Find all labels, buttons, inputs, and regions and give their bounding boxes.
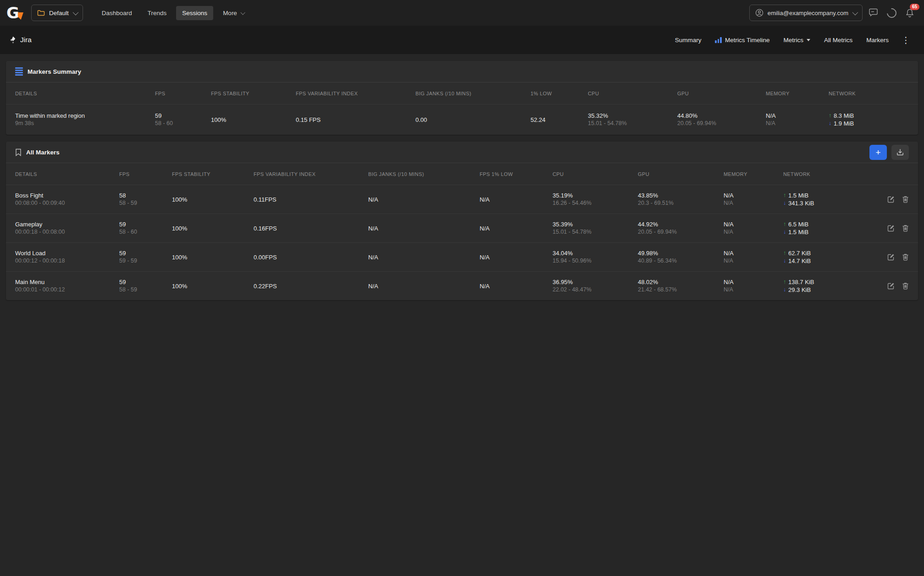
delete-marker-button[interactable] [902, 196, 909, 203]
upload-arrow-icon: ↑ [783, 278, 786, 286]
nav-more[interactable]: More [217, 6, 250, 20]
nav-sessions[interactable]: Sessions [176, 6, 213, 20]
marker-name: Main Menu [15, 278, 119, 286]
session-title-label: Jira [20, 36, 32, 44]
marker-name: Boss Fight [15, 192, 119, 199]
download-icon [896, 148, 904, 156]
summary-table-row: Time within marked region 9m 38s 59 58 -… [6, 104, 918, 135]
marker-name: World Load [15, 249, 119, 257]
all-markers-title: All Markers [26, 149, 60, 156]
marker-time-range: 00:08:00 - 00:09:40 [15, 199, 119, 207]
tab-metrics-timeline[interactable]: Metrics Timeline [709, 33, 775, 47]
edit-marker-button[interactable] [887, 225, 895, 232]
tab-markers[interactable]: Markers [861, 33, 894, 47]
folder-icon [37, 10, 45, 16]
gamebench-logo[interactable]: G [6, 4, 25, 22]
edit-marker-button[interactable] [887, 282, 895, 290]
tab-all-metrics[interactable]: All Metrics [819, 33, 858, 47]
delete-marker-button[interactable] [902, 225, 909, 232]
session-title: Jira [9, 36, 32, 44]
delete-marker-button[interactable] [902, 282, 909, 290]
marker-row: Main Menu 00:00:01 - 00:00:12 5958 - 59 … [6, 271, 918, 300]
edit-marker-button[interactable] [887, 253, 895, 261]
upload-arrow-icon: ↑ [783, 220, 786, 228]
summary-list-icon [15, 67, 23, 76]
session-nav: Summary Metrics Timeline Metrics All Met… [669, 33, 915, 47]
notifications-button[interactable]: 65 [902, 5, 918, 21]
add-marker-button[interactable]: + [869, 145, 887, 160]
summary-duration: 9m 38s [15, 120, 155, 127]
delete-marker-button[interactable] [902, 253, 909, 261]
markers-summary-card: Markers Summary Details FPS FPS Stabilit… [6, 61, 918, 135]
download-arrow-icon: ↓ [783, 286, 786, 294]
spinner-icon [885, 6, 898, 20]
chat-bubble-icon [869, 8, 878, 17]
user-email: emilia@examplecompany.com [768, 10, 848, 16]
marker-row: Boss Fight 00:08:00 - 00:09:40 5858 - 59… [6, 185, 918, 214]
notification-badge: 65 [910, 4, 919, 10]
all-markers-card: All Markers + Details FPS FPS Stability … [6, 142, 918, 300]
download-arrow-icon: ↓ [783, 199, 786, 207]
overflow-menu-button[interactable]: ⋮ [897, 33, 915, 47]
marker-time-range: 00:00:01 - 00:00:12 [15, 286, 119, 294]
markers-summary-title: Markers Summary [28, 68, 81, 75]
download-arrow-icon: ↓ [829, 120, 831, 127]
caret-down-icon [807, 39, 810, 41]
marker-time-range: 00:00:18 - 00:08:00 [15, 228, 119, 236]
org-selector-label: Default [49, 10, 69, 16]
download-markers-button[interactable] [891, 145, 909, 160]
summary-details: Time within marked region [15, 112, 155, 120]
loading-spinner [884, 5, 899, 21]
chevron-down-icon [72, 9, 78, 15]
upload-arrow-icon: ↑ [783, 192, 786, 199]
download-arrow-icon: ↓ [783, 257, 786, 265]
user-account-selector[interactable]: emilia@examplecompany.com [749, 5, 863, 21]
summary-table-header: Details FPS FPS Stability FPS Variabilit… [6, 82, 918, 104]
bookmark-icon [15, 148, 22, 156]
org-selector[interactable]: Default [31, 5, 83, 21]
download-arrow-icon: ↓ [783, 228, 786, 236]
tab-metrics-dropdown[interactable]: Metrics [778, 33, 816, 47]
primary-nav: Dashboard Trends Sessions More [96, 6, 250, 20]
avatar-icon [755, 9, 764, 17]
feedback-button[interactable] [865, 5, 881, 21]
top-navigation-bar: G Default Dashboard Trends Sessions More… [0, 0, 924, 26]
marker-row: World Load 00:00:12 - 00:00:18 5959 - 59… [6, 242, 918, 271]
chevron-down-icon [852, 9, 858, 15]
nav-dashboard[interactable]: Dashboard [96, 6, 138, 20]
marker-time-range: 00:00:12 - 00:00:18 [15, 257, 119, 265]
marker-name: Gameplay [15, 220, 119, 228]
bar-chart-icon [715, 37, 722, 43]
upload-arrow-icon: ↑ [829, 112, 831, 120]
jira-app-icon [9, 36, 17, 44]
marker-row: Gameplay 00:00:18 - 00:08:00 5958 - 60 1… [6, 214, 918, 242]
session-header-bar: Jira Summary Metrics Timeline Metrics Al… [0, 26, 924, 54]
tab-summary[interactable]: Summary [669, 33, 707, 47]
chevron-down-icon [240, 10, 245, 15]
edit-marker-button[interactable] [887, 196, 895, 203]
markers-table-header: Details FPS FPS Stability FPS Variabilit… [6, 163, 918, 185]
upload-arrow-icon: ↑ [783, 249, 786, 257]
nav-trends[interactable]: Trends [142, 6, 173, 20]
